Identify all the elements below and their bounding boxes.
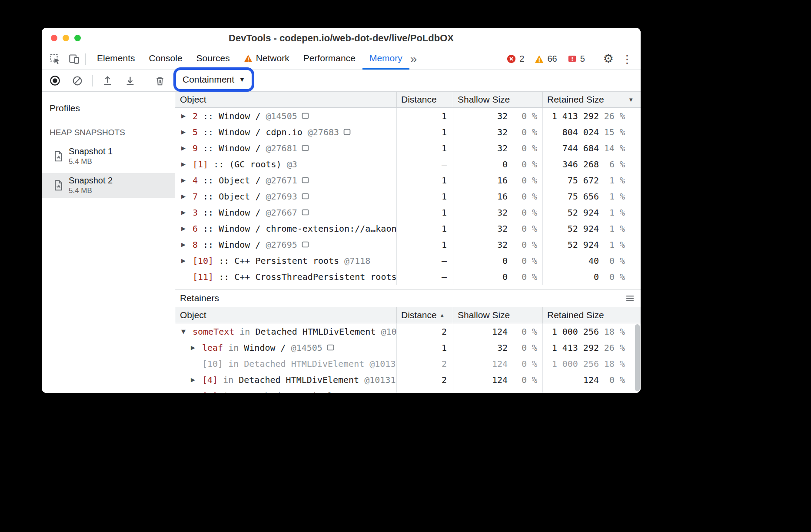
object-url: chrome-extension://a…kaon — [266, 223, 396, 234]
expand-toggle-icon[interactable]: ▼ — [181, 328, 193, 335]
device-toolbar-button[interactable] — [64, 48, 83, 70]
column-header-retained-size[interactable]: Retained Size ▼ — [542, 92, 641, 107]
heap-grid-row[interactable]: ▶ [4] in Detached HTMLDivElement @10131 … — [175, 372, 641, 388]
shallow-size-percent: 0 % — [508, 207, 537, 218]
retained-size-percent: 14 % — [599, 143, 625, 153]
expand-toggle-icon[interactable]: ▶ — [181, 257, 193, 264]
take-snapshot-button[interactable] — [45, 72, 64, 90]
heap-grid-row[interactable]: [11] :: C++ CrossThreadPersistent roots … — [175, 269, 641, 285]
column-header-shallow-size[interactable]: Shallow Size — [453, 307, 542, 323]
kebab-menu-icon[interactable]: ⋮ — [622, 53, 633, 65]
distance-cell: 1 — [396, 108, 453, 124]
expand-toggle-icon[interactable]: ▶ — [181, 161, 193, 167]
reveal-frame-icon[interactable] — [327, 344, 334, 351]
expand-toggle-icon[interactable]: ▶ — [181, 193, 193, 200]
distance-cell: 1 — [396, 172, 453, 188]
heap-grid-row[interactable]: ▼ someText in Detached HTMLDivElement @1… — [175, 323, 641, 339]
column-header-shallow-size[interactable]: Shallow Size — [453, 92, 542, 107]
tab-memory[interactable]: Memory — [362, 48, 409, 70]
snapshot-list: Snapshot 1 5.4 MB Snapshot 2 5.4 MB — [42, 144, 175, 198]
column-header-retained-size[interactable]: Retained Size — [542, 307, 641, 323]
shallow-size-percent: 0 % — [508, 175, 537, 186]
inspect-icon — [49, 53, 61, 65]
expand-toggle-icon[interactable]: ▶ — [181, 113, 193, 119]
expand-toggle-icon[interactable]: ▶ — [191, 376, 202, 383]
heap-grid-row[interactable]: ▶ 4 :: Object / @27671 1 16 0 % 75 672 1… — [175, 172, 641, 188]
retained-size-percent: 1 % — [599, 191, 625, 202]
reveal-frame-icon[interactable] — [302, 113, 309, 119]
shallow-size-value: 0 — [453, 159, 508, 170]
tab-performance[interactable]: Performance — [296, 48, 362, 70]
close-button[interactable] — [51, 35, 57, 41]
heap-grid-row[interactable]: ▶ 6 :: Window / chrome-extension://a…kao… — [175, 220, 641, 236]
heap-grid-row[interactable]: ▶ 5 :: Window / cdpn.io @27683 1 32 0 % … — [175, 124, 641, 140]
clear-profiles-button[interactable] — [68, 72, 87, 90]
object-name: Window / — [219, 223, 260, 234]
collect-garbage-button[interactable] — [150, 72, 170, 90]
shallow-size-percent: 0 % — [508, 159, 537, 170]
object-cell: ▶ leaf in Window / @14505 — [175, 339, 396, 356]
more-tabs-button[interactable]: » — [410, 53, 417, 65]
reveal-frame-icon[interactable] — [302, 177, 309, 183]
object-name: Window / — [244, 342, 286, 353]
column-header-distance[interactable]: Distance ▲ — [396, 307, 453, 323]
heap-grid-row[interactable]: […] in Detached HTMLDivElement — [175, 388, 641, 393]
load-profile-button[interactable] — [98, 72, 117, 90]
expand-toggle-icon[interactable]: ▶ — [181, 145, 193, 151]
expand-toggle-icon[interactable]: ▶ — [181, 129, 193, 135]
shallow-size-value: 0 — [453, 256, 508, 266]
settings-gear-icon[interactable]: ⚙ — [603, 53, 614, 65]
view-mode-select[interactable]: Containment — [183, 74, 234, 85]
shallow-size-cell: 32 0 % — [453, 220, 542, 236]
fullscreen-button[interactable] — [74, 35, 81, 41]
heap-snapshot-item[interactable]: Snapshot 1 5.4 MB — [42, 144, 175, 169]
tab-sources[interactable]: Sources — [189, 48, 237, 70]
reveal-frame-icon[interactable] — [302, 193, 309, 200]
heap-grid-row[interactable]: ▶ 3 :: Window / @27667 1 32 0 % 52 924 1… — [175, 204, 641, 220]
tab-network[interactable]: Network — [237, 48, 296, 70]
retainers-menu-button[interactable] — [625, 295, 635, 302]
shallow-size-value: 0 — [453, 272, 508, 282]
expand-toggle-icon[interactable]: ▶ — [181, 209, 193, 216]
heap-grid-row[interactable]: ▶ 8 :: Window / @27695 1 32 0 % 52 924 1… — [175, 236, 641, 253]
heap-grid-row[interactable]: ▶ 2 :: Window / @14505 1 32 0 % 1 413 29… — [175, 108, 641, 124]
object-id: @10131 — [381, 326, 396, 337]
reveal-frame-icon[interactable] — [343, 129, 351, 135]
object-cell: ▶ 4 :: Object / @27671 — [175, 172, 396, 188]
expand-toggle-icon[interactable]: ▶ — [181, 225, 193, 232]
heap-snapshot-item[interactable]: Snapshot 2 5.4 MB — [42, 173, 175, 198]
column-header-object[interactable]: Object — [175, 92, 396, 107]
heap-grid-row[interactable]: ▶ [1] :: (GC roots) @3 – 0 0 % 346 268 6… — [175, 156, 641, 172]
chevron-down-icon: ▼ — [239, 76, 245, 83]
expand-toggle-icon[interactable]: ▶ — [191, 344, 202, 351]
scrollbar-thumb[interactable] — [635, 324, 640, 391]
heap-grid-row[interactable]: ▶ 9 :: Window / @27681 1 32 0 % 744 684 … — [175, 140, 641, 156]
save-profile-button[interactable] — [120, 72, 140, 90]
column-header-distance[interactable]: Distance — [396, 92, 453, 107]
reveal-frame-icon[interactable] — [302, 145, 309, 151]
warning-badge[interactable]: 66 — [535, 54, 557, 64]
reveal-frame-icon[interactable] — [302, 241, 309, 248]
inspect-element-button[interactable] — [45, 48, 64, 70]
object-name: Object / — [219, 175, 260, 186]
error-badge[interactable]: 2 — [507, 54, 524, 64]
tab-console[interactable]: Console — [142, 48, 189, 70]
issues-icon — [568, 54, 577, 63]
retained-size-percent: 0 % — [599, 272, 625, 282]
shallow-size-cell: 32 0 % — [453, 124, 542, 140]
shallow-size-percent: 0 % — [508, 375, 537, 385]
object-id: @27683 — [308, 127, 339, 137]
tab-label: Network — [256, 53, 289, 63]
issues-badge[interactable]: 5 — [568, 54, 585, 64]
in-keyword: in — [239, 326, 250, 337]
column-header-object[interactable]: Object — [175, 307, 396, 323]
expand-toggle-icon[interactable]: ▶ — [181, 177, 193, 183]
heap-grid-row[interactable]: ▶ [10] :: C++ Persistent roots @7118 – 0… — [175, 253, 641, 269]
reveal-frame-icon[interactable] — [302, 209, 309, 216]
expand-toggle-icon[interactable]: ▶ — [181, 241, 193, 248]
tab-elements[interactable]: Elements — [90, 48, 142, 70]
heap-grid-row[interactable]: ▶ leaf in Window / @14505 1 32 0 % 1 413… — [175, 339, 641, 356]
minimize-button[interactable] — [63, 35, 69, 41]
heap-grid-row[interactable]: [10] in Detached HTMLDivElement @10131 2… — [175, 356, 641, 372]
heap-grid-row[interactable]: ▶ 7 :: Object / @27693 1 16 0 % 75 656 1… — [175, 188, 641, 204]
